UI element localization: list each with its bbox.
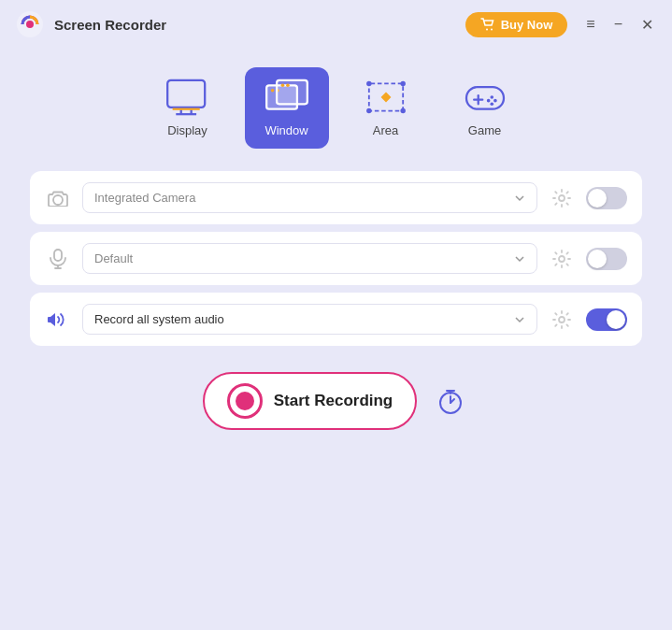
svg-rect-31 — [54, 250, 62, 261]
game-icon — [463, 79, 508, 116]
start-recording-button[interactable]: Start Recording — [203, 372, 418, 430]
svg-point-35 — [559, 317, 565, 322]
app-logo — [15, 9, 45, 39]
tab-area-label: Area — [373, 123, 398, 137]
svg-point-28 — [490, 102, 493, 106]
tab-display-label: Display — [167, 123, 207, 137]
svg-point-26 — [493, 99, 497, 103]
bottom-bar: Start Recording — [30, 346, 642, 430]
microphone-toggle[interactable] — [586, 248, 627, 270]
tab-game[interactable]: Game — [443, 67, 527, 149]
display-icon — [165, 79, 210, 116]
close-button[interactable]: ✕ — [637, 14, 657, 36]
camera-gear-button[interactable] — [549, 185, 575, 211]
microphone-dropdown[interactable]: Default — [82, 243, 537, 274]
audio-dropdown[interactable]: Record all system audio — [82, 304, 537, 335]
timer-button[interactable] — [432, 382, 469, 420]
tab-game-label: Game — [468, 123, 501, 137]
svg-point-2 — [486, 29, 488, 31]
gear-icon — [552, 189, 571, 208]
svg-point-20 — [366, 108, 371, 113]
audio-row-icon — [45, 307, 71, 333]
svg-point-15 — [280, 83, 284, 87]
speaker-icon — [48, 310, 68, 329]
svg-point-25 — [490, 95, 493, 99]
record-icon-outer — [227, 383, 263, 419]
microphone-row-icon — [45, 246, 71, 272]
svg-point-27 — [486, 99, 490, 103]
tab-window[interactable]: Window — [245, 67, 329, 149]
menu-button[interactable]: ≡ — [582, 14, 598, 35]
tab-display[interactable]: Display — [146, 67, 230, 149]
record-icon-inner — [236, 392, 254, 410]
svg-point-30 — [559, 195, 565, 201]
camera-row-icon — [45, 185, 71, 211]
svg-point-3 — [491, 29, 493, 31]
camera-toggle[interactable] — [586, 187, 627, 209]
start-recording-label: Start Recording — [274, 392, 393, 410]
camera-icon — [48, 190, 68, 207]
timer-icon — [436, 386, 465, 416]
window-icon — [265, 79, 309, 116]
svg-point-29 — [53, 195, 63, 205]
title-bar: Screen Recorder Buy Now ≡ − ✕ — [0, 0, 672, 49]
gear-icon — [552, 250, 571, 268]
svg-rect-4 — [167, 80, 205, 107]
minimize-button[interactable]: − — [610, 14, 626, 35]
window-controls: ≡ − ✕ — [582, 14, 657, 36]
main-content: Display Window — [0, 49, 672, 430]
tab-area[interactable]: Area — [344, 67, 428, 149]
buy-now-button[interactable]: Buy Now — [465, 12, 568, 37]
svg-point-11 — [270, 89, 274, 93]
svg-point-34 — [559, 256, 565, 262]
audio-toggle[interactable] — [586, 308, 627, 331]
area-icon — [364, 79, 408, 116]
microphone-gear-button[interactable] — [549, 246, 575, 272]
svg-point-19 — [400, 81, 405, 86]
svg-rect-22 — [466, 87, 504, 109]
svg-point-1 — [26, 21, 34, 28]
svg-point-16 — [286, 83, 290, 87]
audio-row: Record all system audio — [30, 293, 642, 346]
microphone-icon — [50, 249, 66, 269]
svg-point-21 — [400, 108, 405, 113]
camera-dropdown[interactable]: Integrated Camera — [82, 182, 537, 213]
tab-window-label: Window — [265, 123, 307, 137]
microphone-row: Default — [30, 232, 642, 285]
cart-icon — [480, 18, 495, 31]
audio-gear-button[interactable] — [549, 307, 575, 333]
app-title: Screen Recorder — [54, 17, 465, 33]
settings-container: Integrated Camera Default — [30, 171, 642, 346]
svg-point-18 — [366, 81, 371, 86]
svg-rect-13 — [277, 80, 307, 104]
mode-tabs: Display Window — [30, 49, 642, 171]
camera-row: Integrated Camera — [30, 171, 642, 224]
gear-icon — [552, 310, 571, 329]
